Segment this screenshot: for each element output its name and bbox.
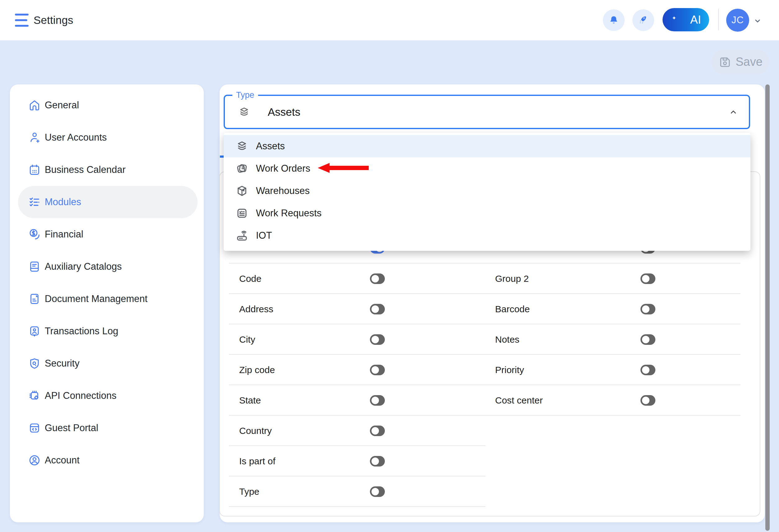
sidebar-item-label: Security bbox=[45, 358, 79, 369]
dropdown-option-work-orders[interactable]: Work Orders bbox=[224, 157, 751, 180]
sidebar-item-label: User Accounts bbox=[45, 132, 107, 143]
table-row-is-part-of: Is part of bbox=[229, 446, 740, 476]
bell-icon bbox=[608, 15, 619, 26]
field-toggle[interactable] bbox=[370, 395, 385, 406]
document-icon bbox=[28, 292, 41, 306]
sidebar-item-transactions-log[interactable]: Transactions Log bbox=[18, 315, 197, 347]
field-toggle-table: Code Group 2 Address Barcode City Notes … bbox=[229, 233, 740, 507]
dropdown-option-label: Work Orders bbox=[256, 163, 310, 174]
sidebar-item-label: Document Management bbox=[45, 293, 147, 305]
sidebar-item-guest-portal[interactable]: Guest Portal bbox=[18, 412, 197, 444]
sparkle-icon: ✦ bbox=[672, 15, 676, 21]
whats-new-button[interactable] bbox=[633, 9, 654, 31]
field-label: Code bbox=[239, 273, 261, 284]
table-row-city-notes: City Notes bbox=[229, 324, 740, 355]
top-bar: Settings ✦ AI JC bbox=[0, 0, 779, 40]
type-dropdown-menu: Assets Work Orders Wareho bbox=[224, 133, 751, 251]
field-label: Cost center bbox=[495, 395, 543, 406]
chevron-down-icon[interactable] bbox=[753, 16, 762, 25]
avatar[interactable]: JC bbox=[726, 9, 749, 32]
layers-icon bbox=[235, 140, 248, 153]
dropdown-option-iot[interactable]: IOT bbox=[224, 224, 751, 247]
dropdown-option-label: IOT bbox=[256, 230, 272, 241]
sidebar-item-label: Financial bbox=[45, 229, 83, 240]
dropdown-option-label: Work Requests bbox=[256, 208, 321, 219]
field-toggle[interactable] bbox=[370, 365, 385, 375]
vertical-scrollbar[interactable] bbox=[765, 84, 770, 531]
save-button[interactable]: Save bbox=[711, 50, 770, 74]
field-label: Address bbox=[239, 304, 273, 315]
field-toggle[interactable] bbox=[370, 456, 385, 467]
table-row-state-costcenter: State Cost center bbox=[229, 385, 740, 416]
calendar-icon bbox=[28, 163, 41, 176]
page-title: Settings bbox=[34, 0, 73, 40]
sidebar-item-financial[interactable]: Financial bbox=[18, 218, 197, 251]
checklist-icon bbox=[28, 196, 41, 209]
rocket-icon bbox=[637, 14, 649, 26]
field-toggle[interactable] bbox=[370, 425, 385, 436]
field-label: Group 2 bbox=[495, 273, 529, 284]
type-select-value: Assets bbox=[268, 106, 300, 118]
notifications-button[interactable] bbox=[603, 9, 624, 31]
sidebar-item-modules[interactable]: Modules bbox=[18, 186, 197, 218]
table-row-address-barcode: Address Barcode bbox=[229, 294, 740, 324]
chevron-up-icon[interactable] bbox=[728, 107, 738, 117]
sidebar-item-label: Auxiliary Catalogs bbox=[45, 261, 122, 272]
field-label: City bbox=[239, 334, 255, 345]
sidebar-item-label: Guest Portal bbox=[45, 422, 98, 434]
sidebar-item-api-connections[interactable]: API Connections bbox=[18, 380, 197, 412]
sidebar-item-account[interactable]: Account bbox=[18, 444, 197, 476]
field-label: Priority bbox=[495, 365, 524, 375]
ai-button-label: AI bbox=[690, 13, 701, 26]
settings-page: Settings ✦ AI JC bbox=[0, 0, 779, 532]
catalog-icon bbox=[28, 260, 41, 273]
field-label: State bbox=[239, 395, 261, 406]
field-toggle[interactable] bbox=[641, 273, 655, 284]
topbar-divider bbox=[718, 9, 719, 30]
table-row-zipcode-priority: Zip code Priority bbox=[229, 355, 740, 385]
field-toggle[interactable] bbox=[370, 334, 385, 345]
type-select[interactable]: Type Assets bbox=[224, 95, 750, 129]
work-orders-icon bbox=[235, 162, 248, 175]
field-label: Barcode bbox=[495, 304, 530, 315]
save-icon bbox=[718, 56, 731, 69]
sidebar-item-label: Business Calendar bbox=[45, 164, 125, 175]
sidebar-item-label: API Connections bbox=[45, 390, 116, 401]
field-label: Notes bbox=[495, 334, 519, 345]
sidebar-item-security[interactable]: Security bbox=[18, 347, 197, 380]
dropdown-option-work-requests[interactable]: Work Requests bbox=[224, 202, 751, 224]
dropdown-option-label: Assets bbox=[256, 141, 285, 152]
browser-icon bbox=[28, 421, 41, 435]
field-label: Type bbox=[239, 486, 259, 497]
field-toggle[interactable] bbox=[370, 273, 385, 284]
package-icon bbox=[235, 184, 248, 197]
field-toggle[interactable] bbox=[370, 304, 385, 315]
ai-assistant-button[interactable]: ✦ AI bbox=[663, 8, 709, 31]
dropdown-option-warehouses[interactable]: Warehouses bbox=[224, 180, 751, 202]
field-label: Is part of bbox=[239, 456, 276, 467]
menu-icon[interactable] bbox=[15, 14, 28, 27]
field-toggle[interactable] bbox=[641, 334, 655, 345]
field-toggle[interactable] bbox=[641, 395, 655, 406]
user-add-icon bbox=[28, 131, 41, 144]
table-row-code-group2: Code Group 2 bbox=[229, 264, 740, 294]
router-icon bbox=[235, 229, 248, 242]
field-label: Country bbox=[239, 425, 272, 436]
field-toggle[interactable] bbox=[641, 304, 655, 315]
field-toggle[interactable] bbox=[370, 486, 385, 497]
dropdown-option-assets[interactable]: Assets bbox=[224, 135, 751, 157]
sidebar-item-label: Transactions Log bbox=[45, 326, 118, 337]
field-toggle[interactable] bbox=[641, 365, 655, 375]
sidebar-item-label: Modules bbox=[45, 196, 81, 208]
sidebar-item-label: General bbox=[45, 99, 79, 111]
sidebar-item-auxiliary-catalogs[interactable]: Auxiliary Catalogs bbox=[18, 251, 197, 283]
sidebar-item-user-accounts[interactable]: User Accounts bbox=[18, 121, 197, 154]
badge-user-icon bbox=[28, 325, 41, 338]
row-divider bbox=[229, 506, 485, 507]
shield-icon bbox=[28, 357, 41, 370]
coin-icon bbox=[28, 228, 41, 241]
settings-sidebar: General User Accounts bbox=[10, 84, 204, 522]
sidebar-item-business-calendar[interactable]: Business Calendar bbox=[18, 154, 197, 186]
sidebar-item-general[interactable]: General bbox=[18, 89, 197, 121]
sidebar-item-document-management[interactable]: Document Management bbox=[18, 283, 197, 315]
